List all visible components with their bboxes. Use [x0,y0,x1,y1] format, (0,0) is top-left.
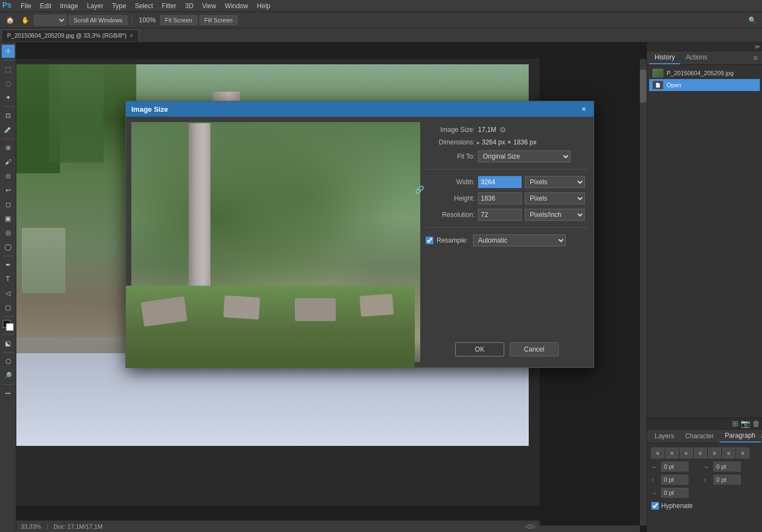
dialog-controls: Image Size: 17,1M ⚙ Dimensions: ▸ 3264 p… [426,122,588,362]
bottom-panel-tabs: Layers Character Paragraph ≡ [647,430,762,443]
panel-menu-icon[interactable]: ≡ [751,52,760,63]
height-input[interactable] [478,192,522,204]
first-line-input[interactable] [661,488,688,498]
hand-tool-btn[interactable]: ✋ [19,14,32,27]
home-btn[interactable]: 🏠 [3,14,16,27]
tab-character[interactable]: Character [680,430,719,442]
link-icon[interactable]: 🔗 [415,176,424,203]
history-item-image[interactable]: P_20150604_205209.jpg [649,67,760,79]
fit-screen-btn[interactable]: Fit Screen [160,15,197,25]
indent-before-input[interactable] [661,462,688,471]
hyphenate-label[interactable]: Hyphenate [661,502,693,510]
magic-wand-tool[interactable]: ✦ [2,91,15,104]
dialog-buttons: OK Cancel [426,337,588,359]
menu-edit[interactable]: Edit [35,1,56,11]
menu-filter[interactable]: Filter [158,1,181,11]
tab-close-btn[interactable]: × [130,33,133,39]
width-unit-select[interactable]: Pixels [525,176,585,188]
justify-center-btn[interactable]: ≡ [708,448,721,458]
text-tool[interactable]: T [2,273,15,286]
dimensions-value2: 1836 px [513,138,537,146]
ok-button[interactable]: OK [455,342,504,356]
nav-arrows[interactable]: ◁ ▷ [525,523,535,530]
resample-select[interactable]: Automatic [473,234,566,246]
resample-label[interactable]: Resample: [437,237,468,244]
scroll-bar-vertical[interactable] [640,59,646,525]
panel-expand-btn[interactable]: ≫ [754,44,760,50]
cancel-button[interactable]: Cancel [510,342,559,356]
hyphenate-checkbox[interactable] [651,502,659,510]
background-color[interactable] [6,323,14,331]
justify-left-btn[interactable]: ≡ [694,448,707,458]
bottom-panel: ⊞ 📷 🗑 Layers Character Paragraph ≡ ≡ ≡ ≡… [647,418,762,532]
marquee-tool[interactable]: ⬚ [2,63,15,76]
tab-layers[interactable]: Layers [649,430,680,442]
dimensions-dropdown-btn[interactable]: ▸ [477,140,480,146]
align-center-btn[interactable]: ≡ [666,448,679,458]
new-group-icon[interactable]: ⊞ [732,419,739,428]
spacing-row-1: ↔ ↔ [651,462,758,471]
fit-to-select[interactable]: Original Size [478,150,571,162]
stamp-tool[interactable]: ⊙ [2,170,15,183]
scroll-all-windows-btn[interactable]: Scroll All Windows [69,15,128,25]
shape-tool[interactable]: ▢ [2,301,15,314]
menu-window[interactable]: Window [221,1,253,11]
zoom-tool[interactable]: 🔎 [2,369,15,382]
menu-select[interactable]: Select [130,1,157,11]
move-tool[interactable]: ✛ [2,45,15,58]
healing-tool[interactable]: ⊕ [2,141,15,154]
menu-type[interactable]: Type [107,1,130,11]
height-unit-select[interactable]: Pixels [525,192,585,204]
width-input[interactable] [478,176,522,188]
image-size-value: 17,1M [478,126,496,134]
history-brush-tool[interactable]: ↩ [2,184,15,197]
path-tool[interactable]: ◁ [2,287,15,300]
gear-icon[interactable]: ⚙ [499,125,506,134]
menu-view[interactable]: View [198,1,221,11]
resolution-input[interactable] [478,209,522,221]
camera-icon[interactable]: 📷 [741,419,750,428]
justify-right-btn[interactable]: ≡ [722,448,735,458]
dodge-tool[interactable]: ◯ [2,240,15,253]
frame-tool[interactable]: ⬡ [2,355,15,368]
menu-image[interactable]: Image [56,1,82,11]
color-swatches[interactable] [3,320,14,331]
pen-tool[interactable]: ✒ [2,258,15,271]
gradient-tool[interactable]: ▣ [2,212,15,225]
indent-after-input[interactable] [713,462,741,471]
trash-icon[interactable]: 🗑 [752,419,760,428]
brush-tool[interactable]: 🖌 [2,155,15,168]
tool-mode-select[interactable] [34,15,66,26]
justify-all-btn[interactable]: ≡ [736,448,749,458]
blur-tool[interactable]: ◎ [2,226,15,239]
search-btn[interactable]: 🔍 [746,14,759,27]
space-before-icon: ↕ [651,477,659,483]
crop-tool[interactable]: ⊡ [2,109,15,122]
menu-3d[interactable]: 3D [180,1,197,11]
tab-history[interactable]: History [649,51,680,64]
tab-actions[interactable]: Actions [680,51,712,64]
menu-layer[interactable]: Layer [82,1,107,11]
menu-file[interactable]: File [16,1,35,11]
align-right-btn[interactable]: ≡ [680,448,693,458]
resolution-row: Resolution: Pixels/Inch [426,209,588,221]
space-after-input[interactable] [713,475,741,485]
resolution-unit-select[interactable]: Pixels/Inch [525,209,585,221]
image-size-dialog[interactable]: Image Size × [125,101,594,368]
quick-mask-tool[interactable]: ⬕ [2,337,15,350]
dialog-close-btn[interactable]: × [579,105,588,113]
fill-screen-btn[interactable]: Fill Screen [199,15,238,25]
space-before-input[interactable] [661,475,688,485]
file-tab[interactable]: P_20150604_205209.jpg @ 33,3% (RGB/8*) × [1,29,139,41]
more-tools-btn[interactable]: ••• [2,387,15,400]
eyedropper-tool[interactable]: 💉 [2,123,15,136]
history-item-open[interactable]: 📄 Open [649,79,760,91]
menu-help[interactable]: Help [252,1,275,11]
eraser-tool[interactable]: ◻ [2,198,15,211]
align-left-btn[interactable]: ≡ [651,448,664,458]
separator-3 [3,138,14,139]
lasso-tool[interactable]: ◌ [2,77,15,90]
tab-paragraph[interactable]: Paragraph [719,430,761,443]
resample-checkbox[interactable] [426,237,433,244]
dialog-preview [131,122,420,362]
